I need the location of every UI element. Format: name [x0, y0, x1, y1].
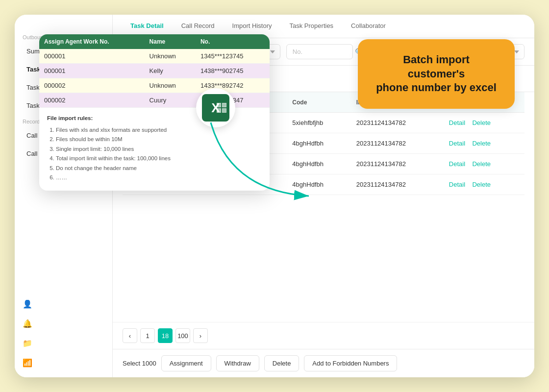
excel-workno: 000001	[39, 64, 145, 78]
prev-page-button[interactable]: ‹	[123, 328, 137, 343]
excel-phone: 1345***123745	[196, 49, 270, 64]
row-import-no: 20231124134782	[351, 154, 444, 174]
withdraw-button[interactable]: Withdraw	[216, 355, 259, 371]
detail-link[interactable]: Detail	[449, 140, 465, 147]
bell-icon[interactable]: 🔔	[21, 317, 34, 330]
excel-col-phone: No.	[196, 34, 270, 49]
row-import-no: 20231124134782	[351, 174, 444, 195]
col-code: Code	[287, 92, 351, 113]
yellow-info-box: Batch import customer's phone number by …	[358, 39, 515, 109]
excel-x-icon: X	[202, 94, 229, 122]
excel-icon-circle: X	[196, 88, 235, 127]
page-18-button[interactable]: 18	[158, 328, 173, 343]
detail-link[interactable]: Detail	[449, 181, 465, 188]
excel-workno: 000002	[39, 93, 145, 108]
file-rules-section: File import rules: Files with xls and xl…	[39, 108, 270, 191]
rule-item: Files should be within 10M	[56, 135, 262, 145]
excel-row: 000002 Unknown 1433***892742	[39, 78, 270, 93]
yellow-box-text: Batch import customer's phone number by …	[374, 53, 499, 95]
row-import-no: 20231124134782	[351, 113, 444, 133]
next-page-button[interactable]: ›	[193, 328, 208, 343]
row-import-no: 20231124134782	[351, 133, 444, 154]
select-count-label: Select 1000	[123, 360, 156, 367]
rule-item: Files with xls and xlsx formats are supp…	[56, 125, 262, 135]
rule-item: Do not change the header name	[56, 164, 262, 173]
delete-link[interactable]: Delete	[472, 140, 491, 147]
sidebar-bottom-icons: 👤 🔔 📁 📶	[15, 289, 112, 377]
rule-item: ……	[56, 173, 262, 183]
row-code: 4bghHdfbh	[287, 133, 351, 154]
tab-call-record[interactable]: Call Record	[174, 16, 223, 36]
pagination-row: ‹ 1 18 100 ›	[113, 322, 534, 349]
row-operation: Detail Delete	[444, 133, 524, 154]
excel-popup: Assign Agent Work No. Name No. 000001 Un…	[39, 34, 270, 191]
sidebar-top-icons	[15, 23, 112, 30]
row-code: 4bghHdfbh	[287, 154, 351, 174]
excel-name: Unknown	[145, 49, 196, 64]
excel-workno: 000001	[39, 49, 145, 64]
no-right-filter-input[interactable]	[286, 44, 353, 59]
excel-workno: 000002	[39, 78, 145, 93]
delete-button[interactable]: Delete	[264, 355, 299, 371]
user-icon[interactable]: 👤	[21, 297, 34, 311]
rule-item: Total import limit within the task: 100,…	[56, 154, 262, 164]
excel-col-workno: Assign Agent Work No.	[39, 34, 145, 49]
detail-link[interactable]: Detail	[449, 119, 465, 126]
tab-task-detail[interactable]: Task Detail	[123, 16, 172, 36]
excel-row: 000001 Kelly 1438***902745	[39, 64, 270, 78]
tab-collaborator[interactable]: Collaborator	[343, 16, 394, 36]
rule-item: Single import limit: 10,000 lines	[56, 145, 262, 154]
page-100-button[interactable]: 100	[175, 328, 190, 343]
excel-name: Unknown	[145, 78, 196, 93]
excel-row: 000001 Unknown 1345***123745	[39, 49, 270, 64]
excel-phone: 1438***902745	[196, 64, 270, 78]
row-code: 5xiehfbfjhb	[287, 113, 351, 133]
main-card: Outbound Task Summary Reports Task Manag…	[15, 15, 534, 377]
folder-icon[interactable]: 📁	[21, 336, 34, 350]
excel-col-name: Name	[145, 34, 196, 49]
x-letter: X	[211, 100, 220, 116]
bottom-actions: Select 1000 Assignment Withdraw Delete A…	[113, 349, 534, 377]
excel-name: Cuury	[145, 93, 196, 108]
delete-link[interactable]: Delete	[472, 119, 491, 126]
row-operation: Detail Delete	[444, 174, 524, 195]
delete-link[interactable]: Delete	[472, 181, 491, 188]
row-code: 4bghHdfbh	[287, 174, 351, 195]
row-operation: Detail Delete	[444, 154, 524, 174]
delete-link[interactable]: Delete	[472, 160, 491, 168]
tab-import-history[interactable]: Import History	[225, 16, 280, 36]
excel-name: Kelly	[145, 64, 196, 78]
row-operation: Detail Delete	[444, 113, 524, 133]
wifi-icon[interactable]: 📶	[21, 356, 34, 369]
tab-task-properties[interactable]: Task Properties	[282, 16, 342, 36]
detail-link[interactable]: Detail	[449, 160, 465, 168]
assignment-button[interactable]: Assignment	[161, 355, 211, 371]
excel-preview-table: Assign Agent Work No. Name No. 000001 Un…	[39, 34, 270, 108]
page-1-button[interactable]: 1	[140, 328, 155, 343]
add-forbidden-button[interactable]: Add to Forbidden Numbers	[304, 355, 397, 371]
